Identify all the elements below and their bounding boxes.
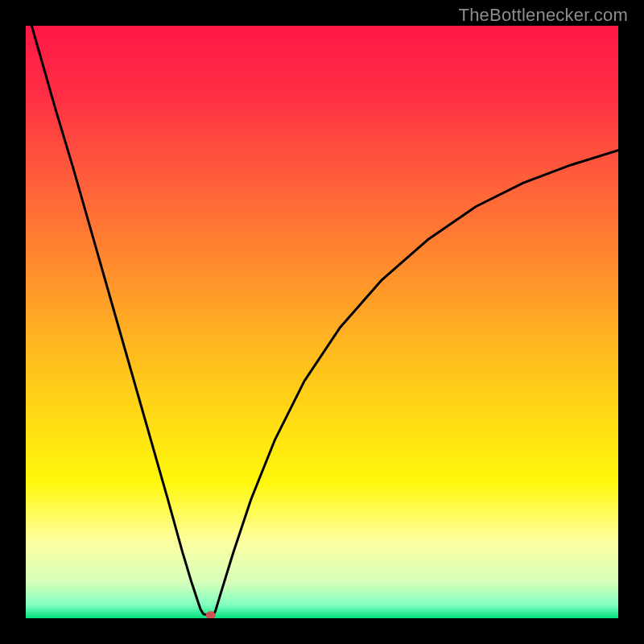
chart-frame: TheBottlenecker.com [0,0,644,644]
attribution-label: TheBottlenecker.com [459,5,628,26]
bottleneck-curve [26,26,618,618]
plot-area [26,26,618,618]
